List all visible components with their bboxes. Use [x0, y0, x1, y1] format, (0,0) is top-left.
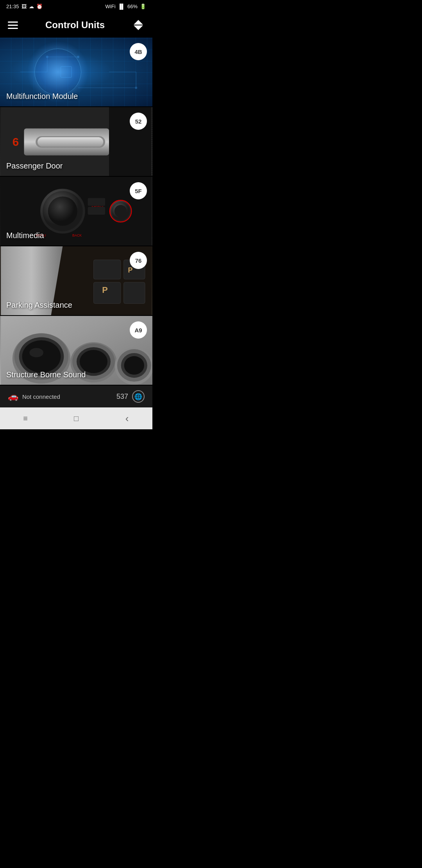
page-title: Control Units: [45, 20, 105, 30]
car-icon: 🚗: [8, 391, 18, 402]
card-label-multifunction: Multifunction Module: [6, 92, 78, 101]
nav-bar: ≡ □ ‹: [0, 407, 152, 429]
svg-rect-34: [124, 282, 145, 303]
svg-point-46: [80, 350, 107, 373]
battery: 66%: [127, 4, 138, 9]
card-badge-structure: A9: [130, 321, 147, 339]
card-structure-borne-sound[interactable]: Structure Borne Sound A9: [0, 316, 152, 386]
cards-list: Multifunction Module 4B 6: [0, 38, 152, 386]
svg-point-41: [22, 340, 61, 373]
card-label-parking: Parking Assistance: [6, 301, 72, 310]
svg-point-50: [124, 356, 144, 375]
signal-icon: ▐▌: [118, 4, 125, 9]
svg-point-7: [77, 56, 79, 58]
nav-home-icon: □: [74, 414, 79, 423]
app-bar: Control Units: [0, 13, 152, 38]
card-label-multimedia: Multimedia: [6, 231, 44, 240]
nav-back-button[interactable]: ‹: [102, 407, 152, 429]
svg-text:6: 6: [13, 135, 19, 148]
card-parking-assistance[interactable]: P P Parking Assistance 76: [0, 246, 152, 316]
svg-rect-9: [61, 66, 72, 77]
globe-icon[interactable]: 🌐: [132, 390, 145, 403]
status-left: 21:35 🖼 ☁ ⏰: [6, 4, 43, 9]
count-area: 537 🌐: [116, 390, 145, 403]
nav-home-button[interactable]: □: [51, 407, 102, 429]
svg-point-8: [135, 87, 137, 89]
photo-icon: 🖼: [21, 4, 27, 9]
sort-button[interactable]: [132, 19, 145, 31]
status-right: WiFi ▐▌ 66% 🔋: [106, 4, 146, 9]
card-label-passenger-door: Passenger Door: [6, 161, 63, 170]
unit-count: 537: [116, 393, 128, 401]
svg-point-22: [114, 205, 127, 217]
card-label-structure: Structure Borne Sound: [6, 370, 86, 379]
cloud-icon: ☁: [29, 4, 34, 9]
card-multimedia[interactable]: RADIO MEDIA MENU BACK: [0, 177, 152, 246]
wifi-icon: WiFi: [106, 4, 116, 9]
battery-icon: 🔋: [140, 4, 146, 9]
status-bar: 21:35 🖼 ☁ ⏰ WiFi ▐▌ 66% 🔋: [0, 0, 152, 13]
bottom-status-bar: 🚗 Not connected 537 🌐: [0, 386, 152, 407]
svg-point-6: [46, 56, 48, 58]
nav-back-icon: ‹: [125, 412, 129, 425]
alarm-icon: ⏰: [36, 4, 43, 9]
card-passenger-door[interactable]: 6 Passenger Door 52: [0, 107, 152, 177]
svg-rect-28: [88, 198, 105, 206]
svg-rect-31: [93, 260, 120, 279]
card-badge-passenger-door: 52: [130, 113, 147, 130]
card-badge-multimedia: 5F: [130, 182, 147, 199]
svg-point-19: [48, 196, 77, 226]
svg-rect-29: [88, 207, 105, 215]
svg-text:P: P: [128, 266, 132, 274]
svg-rect-13: [38, 137, 103, 147]
svg-point-42: [29, 348, 43, 357]
connection-status-area: 🚗 Not connected: [8, 391, 60, 402]
connection-status-text: Not connected: [22, 393, 60, 400]
time: 21:35: [6, 4, 19, 9]
menu-button[interactable]: [8, 22, 18, 29]
nav-menu-button[interactable]: ≡: [0, 407, 51, 429]
card-badge-multifunction: 4B: [130, 43, 147, 60]
svg-text:P: P: [102, 285, 108, 295]
nav-menu-icon: ≡: [23, 414, 28, 423]
card-badge-parking: 76: [130, 252, 147, 269]
svg-text:BACK: BACK: [72, 233, 82, 237]
card-multifunction-module[interactable]: Multifunction Module 4B: [0, 38, 152, 107]
